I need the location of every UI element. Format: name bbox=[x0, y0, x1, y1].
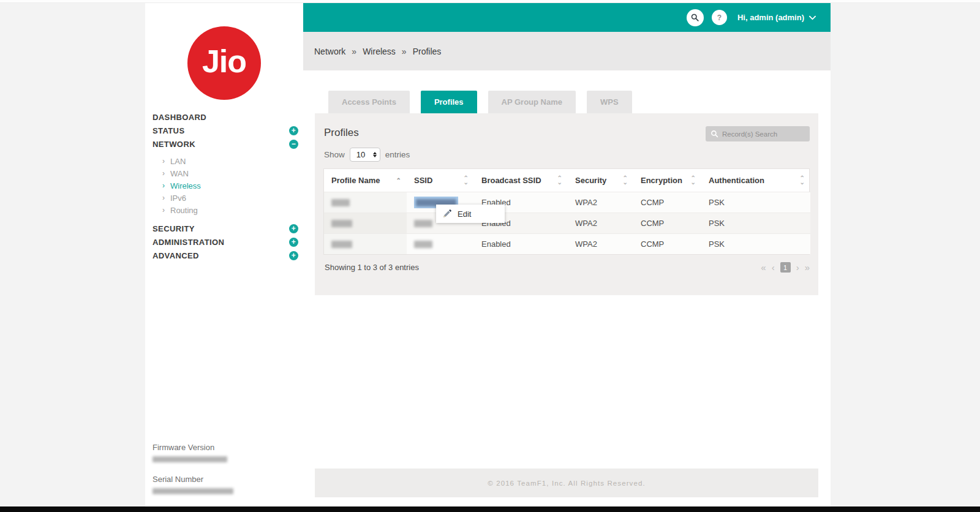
breadcrumb-profiles[interactable]: Profiles bbox=[413, 47, 442, 56]
column-label: SSID bbox=[414, 176, 432, 185]
context-menu-edit[interactable]: Edit bbox=[458, 209, 471, 219]
tab-bar: Access Points Profiles AP Group Name WPS bbox=[328, 91, 632, 114]
sidebar-item-security[interactable]: SECURITY + bbox=[153, 222, 300, 235]
sort-asc-icon: ⌃ bbox=[396, 178, 401, 183]
entries-summary: Showing 1 to 3 of 3 entries bbox=[325, 263, 419, 272]
context-menu: Edit bbox=[436, 205, 505, 223]
jio-logo: Jio bbox=[187, 26, 261, 100]
chevron-right-icon: › bbox=[162, 194, 165, 202]
tab-wps[interactable]: WPS bbox=[587, 91, 632, 114]
sidebar-item-status[interactable]: STATUS + bbox=[153, 124, 300, 137]
sidebar-item-label: NETWORK bbox=[153, 140, 195, 149]
search-button[interactable] bbox=[687, 9, 704, 26]
encryption-cell: CCMP bbox=[633, 192, 701, 213]
column-label: Encryption bbox=[641, 176, 682, 185]
column-header-encryption[interactable]: Encryption ⌃⌄ bbox=[633, 169, 701, 192]
sidebar-item-wan[interactable]: › WAN bbox=[162, 167, 300, 179]
profile-name-cell bbox=[324, 192, 407, 213]
ssid-redacted bbox=[414, 220, 432, 227]
sort-both-icon: ⌃⌄ bbox=[800, 176, 805, 184]
pagination-prev-button[interactable]: ‹ bbox=[772, 262, 775, 273]
help-button[interactable]: ? bbox=[712, 10, 727, 25]
profile-name-cell bbox=[324, 213, 407, 233]
profile-name-redacted bbox=[331, 241, 352, 248]
sidebar-item-label: ADVANCED bbox=[153, 251, 199, 260]
entries-label: entries bbox=[385, 150, 410, 159]
sidebar-item-dashboard[interactable]: DASHBOARD bbox=[153, 110, 300, 124]
user-label: Hi, admin (admin) bbox=[737, 13, 804, 22]
sidebar-item-network[interactable]: NETWORK − bbox=[153, 137, 300, 151]
chevron-right-icon: › bbox=[162, 206, 165, 214]
sidebar-item-routing[interactable]: › Routing bbox=[162, 204, 300, 216]
sidebar-item-lan[interactable]: › LAN bbox=[162, 155, 300, 167]
sort-both-icon: ⌃⌄ bbox=[691, 176, 696, 184]
column-header-broadcast-ssid[interactable]: Broadcast SSID ⌃⌄ bbox=[474, 169, 568, 192]
column-label: Authentication bbox=[709, 176, 764, 185]
profile-name-redacted bbox=[331, 220, 352, 227]
serial-number-label: Serial Number bbox=[153, 475, 203, 484]
tab-profiles[interactable]: Profiles bbox=[421, 91, 477, 114]
sidebar-item-wireless[interactable]: › Wireless bbox=[162, 179, 300, 192]
table-row[interactable]: Enabled WPA2 CCMP PSK bbox=[324, 213, 810, 233]
jio-logo-text: Jio bbox=[202, 43, 246, 80]
serial-number-block: Serial Number bbox=[153, 475, 233, 494]
collapse-minus-icon[interactable]: − bbox=[289, 140, 298, 149]
expand-plus-icon[interactable]: + bbox=[289, 251, 298, 260]
broadcast-ssid-cell: Enabled bbox=[474, 233, 568, 254]
serial-number-value-redacted bbox=[153, 488, 233, 494]
expand-plus-icon[interactable]: + bbox=[289, 224, 298, 233]
page-size-control: Show 10 entries bbox=[324, 148, 410, 162]
expand-plus-icon[interactable]: + bbox=[289, 238, 298, 247]
tab-access-points[interactable]: Access Points bbox=[328, 91, 410, 114]
sidebar-nav: DASHBOARD STATUS + NETWORK − › LAN › WAN… bbox=[153, 110, 300, 262]
column-header-security[interactable]: Security ⌃⌄ bbox=[568, 169, 633, 192]
sort-both-icon: ⌃⌄ bbox=[623, 176, 628, 184]
sidebar-item-label: STATUS bbox=[153, 126, 184, 135]
pagination-first-button[interactable]: « bbox=[761, 262, 766, 273]
chevron-down-icon bbox=[809, 15, 816, 20]
firmware-version-value-redacted bbox=[153, 456, 227, 462]
footer: © 2016 TeamF1, Inc. All Rights Reserved. bbox=[315, 469, 818, 497]
profile-name-redacted bbox=[331, 199, 350, 206]
page-size-value: 10 bbox=[356, 150, 365, 159]
ssid-cell bbox=[407, 233, 474, 254]
profiles-table: Profile Name ⌃ SSID ⌃⌄ Broadcast SSID ⌃⌄ bbox=[323, 168, 810, 255]
network-subnav: › LAN › WAN › Wireless › IPv6 › Routing bbox=[162, 155, 300, 216]
sidebar-item-administration[interactable]: ADMINISTRATION + bbox=[153, 235, 300, 249]
breadcrumb-network[interactable]: Network bbox=[314, 47, 345, 56]
authentication-cell: PSK bbox=[701, 233, 810, 254]
pagination-current-page[interactable]: 1 bbox=[780, 262, 791, 273]
subnav-label: WAN bbox=[170, 169, 189, 178]
tab-ap-group-name[interactable]: AP Group Name bbox=[488, 91, 576, 114]
question-mark-icon: ? bbox=[717, 13, 722, 22]
pagination-last-button[interactable]: » bbox=[805, 262, 810, 273]
page-bottom-edge bbox=[0, 506, 980, 512]
security-cell: WPA2 bbox=[568, 192, 633, 213]
records-search-box[interactable] bbox=[706, 126, 810, 141]
sidebar-item-ipv6[interactable]: › IPv6 bbox=[162, 192, 300, 204]
breadcrumb: Network » Wireless » Profiles bbox=[303, 32, 831, 70]
stepper-arrows-icon bbox=[373, 152, 377, 157]
authentication-cell: PSK bbox=[701, 213, 810, 233]
column-header-ssid[interactable]: SSID ⌃⌄ bbox=[407, 169, 474, 192]
encryption-cell: CCMP bbox=[633, 233, 701, 254]
authentication-cell: PSK bbox=[701, 192, 810, 213]
user-menu[interactable]: Hi, admin (admin) bbox=[737, 13, 816, 22]
sidebar-item-label: DASHBOARD bbox=[153, 113, 206, 122]
top-header-bar: ? Hi, admin (admin) bbox=[303, 3, 831, 32]
pagination-next-button[interactable]: › bbox=[796, 262, 799, 273]
search-input[interactable] bbox=[722, 130, 805, 138]
sidebar-item-label: SECURITY bbox=[153, 224, 195, 233]
expand-plus-icon[interactable]: + bbox=[289, 126, 298, 135]
breadcrumb-separator: » bbox=[352, 47, 356, 56]
breadcrumb-wireless[interactable]: Wireless bbox=[363, 47, 396, 56]
column-header-authentication[interactable]: Authentication ⌃⌄ bbox=[701, 169, 810, 192]
main-area: ? Hi, admin (admin) Network » Wireless »… bbox=[303, 3, 831, 506]
page-size-select[interactable]: 10 bbox=[350, 148, 380, 162]
profile-name-cell bbox=[324, 233, 407, 254]
column-header-profile-name[interactable]: Profile Name ⌃ bbox=[324, 169, 407, 192]
encryption-cell: CCMP bbox=[633, 213, 701, 233]
table-row[interactable]: Enabled WPA2 CCMP PSK bbox=[324, 233, 810, 254]
table-row[interactable]: Enabled WPA2 CCMP PSK bbox=[324, 192, 810, 213]
sidebar-item-advanced[interactable]: ADVANCED + bbox=[153, 249, 300, 262]
